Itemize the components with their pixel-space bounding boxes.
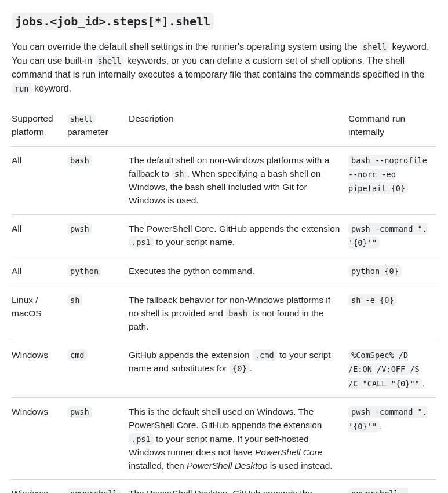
cell-parameter: pwsh [67, 398, 129, 480]
cell-platform: Linux / macOS [12, 286, 67, 341]
shell-options-table: Supported platform shell parameter Descr… [12, 105, 436, 493]
cell-parameter: cmd [67, 341, 129, 397]
table-row: AllbashThe default shell on non-Windows … [12, 146, 436, 214]
cell-description: The PowerShell Core. GitHub appends the … [129, 214, 348, 257]
cell-description: This is the default shell used on Window… [129, 398, 348, 480]
intro-code: shell [360, 41, 389, 53]
col-header-description: Description [129, 105, 348, 146]
cell-command: pwsh -command ". '{0}'". [348, 398, 436, 480]
inline-code: {0} [230, 363, 250, 374]
table-body: AllbashThe default shell on non-Windows … [12, 146, 436, 493]
parameter-code: pwsh [67, 406, 92, 418]
inline-code: .cmd [252, 349, 277, 361]
inline-code: powershell -command ". '{0}'" [348, 488, 408, 493]
intro-text: keyword. [32, 83, 71, 93]
emphasis: PowerShell Desktop [187, 461, 268, 470]
cell-description: The PowerShell Desktop. GitHub appends t… [129, 480, 348, 493]
cell-command: powershell -command ". '{0}'". [348, 480, 436, 493]
table-row: WindowspowershellThe PowerShell Desktop.… [12, 480, 436, 493]
cell-parameter: powershell [67, 480, 129, 493]
cell-description: The fallback behavior for non-Windows pl… [129, 286, 348, 341]
cell-command: pwsh -command ". '{0}'" [348, 214, 436, 257]
inline-code: .ps1 [129, 433, 154, 445]
cell-platform: Windows [12, 398, 67, 480]
inline-code: bash [225, 308, 250, 319]
intro-code: run [12, 83, 32, 94]
cell-platform: All [12, 257, 67, 286]
inline-code: %ComSpec% /D /E:ON /V:OFF /S /C "CALL "{… [348, 349, 422, 389]
cell-command: bash --noprofile --norc -eo pipefail {0} [348, 146, 436, 214]
table-row: WindowspwshThis is the default shell use… [12, 398, 436, 480]
table-header-row: Supported platform shell parameter Descr… [12, 105, 436, 146]
parameter-code: cmd [67, 349, 88, 361]
cell-description: GitHub appends the extension .cmd to you… [129, 341, 348, 397]
parameter-code: sh [67, 294, 82, 306]
cell-command: %ComSpec% /D /E:ON /V:OFF /S /C "CALL "{… [348, 341, 436, 397]
inline-code: pwsh -command ". '{0}'" [348, 223, 427, 249]
table-row: AllpwshThe PowerShell Core. GitHub appen… [12, 214, 436, 257]
cell-platform: Windows [12, 480, 67, 493]
emphasis: PowerShell Core [255, 447, 322, 457]
inline-code: .ps1 [129, 236, 154, 248]
cell-platform: All [12, 214, 67, 257]
intro-paragraph: You can override the default shell setti… [12, 40, 436, 96]
table-row: WindowscmdGitHub appends the extension .… [12, 341, 436, 397]
cell-command: sh -e {0} [348, 286, 436, 341]
intro-text: You can override the default shell setti… [12, 42, 360, 52]
section-heading: jobs.<job_id>.steps[*].shell [12, 12, 436, 31]
inline-code: pwsh -command ". '{0}'" [348, 406, 427, 432]
table-row: Linux / macOSshThe fallback behavior for… [12, 286, 436, 341]
inline-code: sh -e {0} [348, 294, 397, 306]
heading-code: jobs.<job_id>.steps[*].shell [12, 13, 214, 30]
parameter-code: pwsh [67, 223, 92, 235]
cell-parameter: python [67, 257, 129, 286]
cell-description: The default shell on non-Windows platfor… [129, 146, 348, 214]
parameter-code: powershell [67, 488, 121, 493]
intro-code: shell [95, 55, 125, 67]
inline-code: bash --noprofile --norc -eo pipefail {0} [348, 155, 427, 195]
table-row: AllpythonExecutes the python command.pyt… [12, 257, 436, 286]
col-header-command: Command run internally [348, 105, 436, 146]
cell-parameter: sh [67, 286, 129, 341]
col-header-platform: Supported platform [12, 105, 67, 146]
inline-code: python {0} [348, 265, 402, 277]
inline-code: sh [172, 168, 187, 180]
parameter-code: python [67, 265, 101, 277]
cell-parameter: pwsh [67, 214, 129, 257]
col-header-parameter-code: shell [67, 114, 96, 125]
cell-platform: Windows [12, 341, 67, 397]
parameter-code: bash [67, 155, 92, 166]
cell-platform: All [12, 146, 67, 214]
cell-parameter: bash [67, 146, 129, 214]
col-header-parameter: shell parameter [67, 105, 129, 146]
cell-description: Executes the python command. [129, 257, 348, 286]
cell-command: python {0} [348, 257, 436, 286]
